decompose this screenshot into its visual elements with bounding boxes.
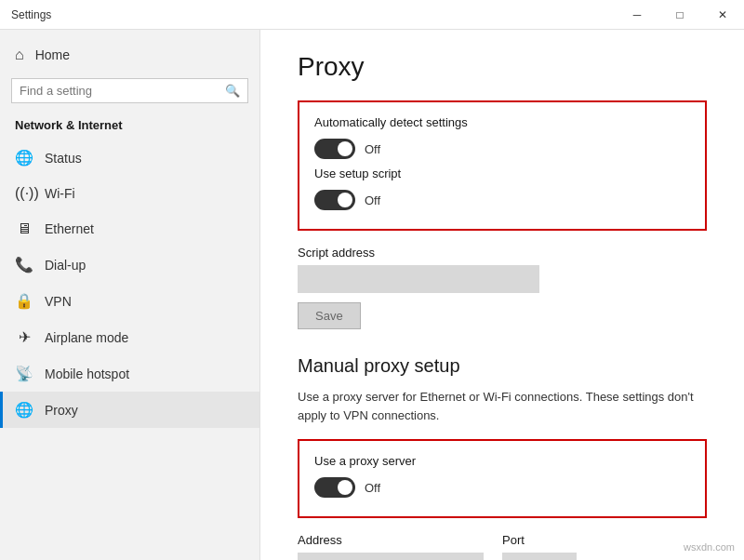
- sidebar-label-ethernet: Ethernet: [45, 221, 94, 236]
- sidebar-label-status: Status: [45, 151, 82, 166]
- close-button[interactable]: ✕: [701, 0, 744, 30]
- setup-script-toggle[interactable]: [314, 190, 355, 210]
- sidebar-item-hotspot[interactable]: 📡 Mobile hotspot: [0, 355, 259, 392]
- address-label: Address: [298, 533, 484, 547]
- airplane-icon: ✈: [15, 328, 33, 346]
- sidebar-label-proxy: Proxy: [45, 403, 78, 418]
- setup-script-state: Off: [365, 193, 380, 207]
- sidebar-item-status[interactable]: 🌐 Status: [0, 140, 259, 176]
- manual-proxy-description: Use a proxy server for Ethernet or Wi-Fi…: [298, 388, 707, 424]
- page-title: Proxy: [298, 52, 707, 82]
- titlebar-controls: ─ □ ✕: [616, 0, 744, 30]
- use-proxy-label: Use a proxy server: [314, 454, 690, 468]
- use-proxy-toggle[interactable]: [314, 477, 355, 498]
- sidebar-item-proxy[interactable]: 🌐 Proxy: [0, 392, 259, 428]
- auto-detect-section: Automatically detect settings Off Use se…: [298, 100, 707, 231]
- sidebar: ⌂ Home 🔍 Network & Internet 🌐 Status ((·…: [0, 30, 260, 560]
- use-proxy-state: Off: [365, 481, 380, 495]
- sidebar-label-vpn: VPN: [45, 294, 72, 309]
- content-area: Proxy Automatically detect settings Off …: [260, 30, 744, 560]
- sidebar-item-airplane[interactable]: ✈ Airplane mode: [0, 319, 259, 355]
- sidebar-label-airplane: Airplane mode: [45, 330, 128, 345]
- auto-detect-state: Off: [365, 142, 380, 156]
- home-icon: ⌂: [15, 47, 24, 63]
- address-group: Address: [298, 533, 484, 560]
- auto-detect-toggle[interactable]: [314, 139, 355, 159]
- sidebar-item-home[interactable]: ⌂ Home: [0, 37, 259, 73]
- address-port-row: Address Port: [298, 533, 707, 560]
- sidebar-item-ethernet[interactable]: 🖥 Ethernet: [0, 211, 259, 247]
- script-address-input[interactable]: [298, 265, 539, 293]
- minimize-button[interactable]: ─: [616, 0, 658, 30]
- port-group: Port: [502, 533, 577, 560]
- status-icon: 🌐: [15, 149, 33, 167]
- port-label: Port: [502, 533, 577, 547]
- sidebar-label-dialup: Dial-up: [45, 258, 86, 273]
- vpn-icon: 🔒: [15, 292, 33, 310]
- maximize-button[interactable]: □: [658, 0, 701, 30]
- script-address-label: Script address: [298, 246, 707, 260]
- sidebar-label-hotspot: Mobile hotspot: [45, 367, 129, 381]
- titlebar: Settings ─ □ ✕: [0, 0, 744, 30]
- hotspot-icon: 📡: [15, 365, 33, 382]
- save-button[interactable]: Save: [298, 302, 361, 329]
- port-input[interactable]: [502, 553, 577, 560]
- use-proxy-toggle-row: Off: [314, 477, 690, 498]
- sidebar-search[interactable]: 🔍: [11, 78, 248, 103]
- sidebar-item-vpn[interactable]: 🔒 VPN: [0, 283, 259, 319]
- setup-script-label: Use setup script: [314, 167, 690, 180]
- app-body: ⌂ Home 🔍 Network & Internet 🌐 Status ((·…: [0, 30, 744, 560]
- search-icon: 🔍: [225, 84, 240, 98]
- proxy-icon: 🌐: [15, 401, 33, 419]
- auto-detect-toggle-row: Off: [314, 139, 690, 159]
- setup-script-toggle-row: Off: [314, 190, 690, 210]
- sidebar-label-wifi: Wi-Fi: [45, 186, 75, 201]
- sidebar-item-wifi[interactable]: ((·)) Wi-Fi: [0, 176, 259, 211]
- address-input[interactable]: [298, 553, 484, 560]
- manual-proxy-title: Manual proxy setup: [298, 355, 707, 377]
- auto-detect-label: Automatically detect settings: [314, 115, 690, 129]
- dialup-icon: 📞: [15, 256, 33, 273]
- sidebar-section-title: Network & Internet: [0, 113, 259, 140]
- ethernet-icon: 🖥: [15, 220, 33, 237]
- titlebar-title: Settings: [11, 8, 51, 21]
- watermark: wsxdn.com: [684, 541, 735, 553]
- sidebar-item-dialup[interactable]: 📞 Dial-up: [0, 247, 259, 283]
- wifi-icon: ((·)): [15, 185, 33, 202]
- search-input[interactable]: [20, 84, 225, 98]
- sidebar-home-label: Home: [35, 47, 70, 62]
- use-proxy-section: Use a proxy server Off: [298, 439, 707, 518]
